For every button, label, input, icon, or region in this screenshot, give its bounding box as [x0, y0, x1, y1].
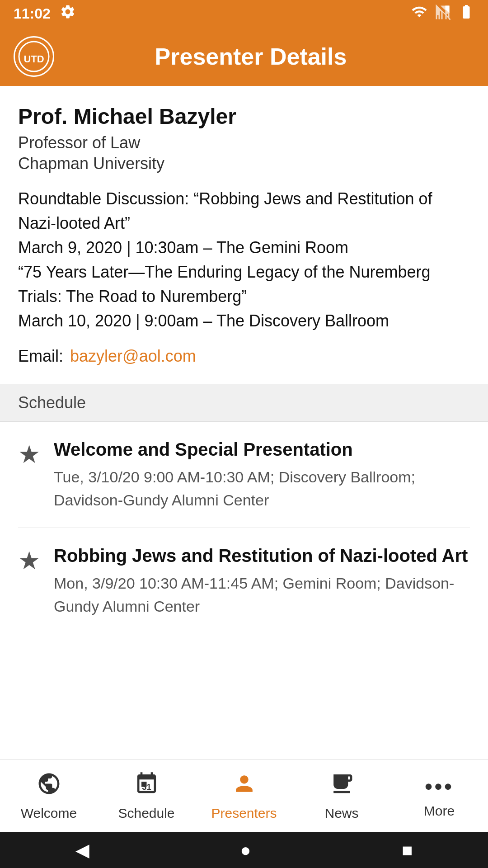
schedule-item-2-title: Robbing Jews and Restitution of Nazi-loo…: [54, 544, 470, 567]
schedule-item-2[interactable]: ★ Robbing Jews and Restitution of Nazi-l…: [18, 528, 470, 634]
status-bar-right: [410, 4, 474, 24]
content-area: Prof. Michael Bazyler Professor of Law C…: [0, 86, 488, 366]
nav-item-welcome[interactable]: Welcome: [0, 771, 98, 821]
status-bar-left: 11:02: [14, 4, 76, 24]
globe-icon: [37, 771, 61, 802]
svg-rect-3: [335, 778, 343, 781]
nav-label-presenters: Presenters: [211, 806, 277, 821]
nav-item-schedule[interactable]: 31 Schedule: [98, 771, 195, 821]
android-nav-bar: ◀ ● ■: [0, 832, 488, 868]
nav-label-schedule: Schedule: [118, 806, 174, 821]
app-header: UTD Presenter Details: [0, 27, 488, 86]
presenter-description: Roundtable Discussion: “Robbing Jews and…: [18, 187, 470, 333]
svg-text:UTD: UTD: [23, 53, 44, 65]
svg-rect-4: [335, 783, 343, 785]
person-icon: [232, 771, 257, 802]
bottom-navigation: Welcome 31 Schedule Presenters News: [0, 760, 488, 832]
schedule-item-1-content: Welcome and Special Presentation Tue, 3/…: [54, 438, 470, 512]
page-title: Presenter Details: [68, 43, 434, 70]
schedule-item-2-content: Robbing Jews and Restitution of Nazi-loo…: [54, 544, 470, 618]
time-display: 11:02: [14, 5, 51, 22]
nav-item-presenters[interactable]: Presenters: [195, 771, 293, 821]
schedule-item-2-details: Mon, 3/9/20 10:30 AM-11:45 AM; Gemini Ro…: [54, 572, 470, 618]
email-label: Email:: [18, 347, 63, 366]
email-row: Email: bazyler@aol.com: [18, 347, 470, 366]
utd-logo: UTD: [14, 36, 54, 77]
schedule-section-header: Schedule: [0, 384, 488, 422]
schedule-list: ★ Welcome and Special Presentation Tue, …: [0, 422, 488, 634]
signal-icon: [435, 4, 451, 24]
svg-text:31: 31: [142, 782, 151, 792]
wifi-icon: [410, 4, 428, 24]
presenter-university: Chapman University: [18, 154, 470, 173]
nav-label-news: News: [324, 806, 358, 821]
back-button[interactable]: ◀: [75, 840, 89, 860]
presenter-title: Professor of Law: [18, 133, 470, 152]
star-icon-2: ★: [18, 546, 40, 575]
email-link[interactable]: bazyler@aol.com: [70, 347, 196, 366]
presenter-name: Prof. Michael Bazyler: [18, 104, 470, 129]
more-dots-icon: •••: [425, 774, 454, 800]
battery-icon: [458, 4, 474, 24]
nav-item-more[interactable]: ••• More: [390, 774, 488, 819]
settings-icon: [60, 4, 76, 24]
schedule-item-1[interactable]: ★ Welcome and Special Presentation Tue, …: [18, 422, 470, 528]
status-bar: 11:02: [0, 0, 488, 27]
star-icon-1: ★: [18, 440, 40, 469]
nav-label-welcome: Welcome: [21, 806, 77, 821]
calendar-icon: 31: [134, 771, 159, 802]
home-button[interactable]: ●: [240, 840, 251, 860]
nav-label-more: More: [424, 803, 455, 819]
schedule-item-1-title: Welcome and Special Presentation: [54, 438, 470, 461]
schedule-item-1-details: Tue, 3/10/20 9:00 AM-10:30 AM; Discovery…: [54, 466, 470, 512]
news-icon: [329, 771, 354, 802]
nav-item-news[interactable]: News: [293, 771, 390, 821]
recent-button[interactable]: ■: [402, 840, 413, 860]
